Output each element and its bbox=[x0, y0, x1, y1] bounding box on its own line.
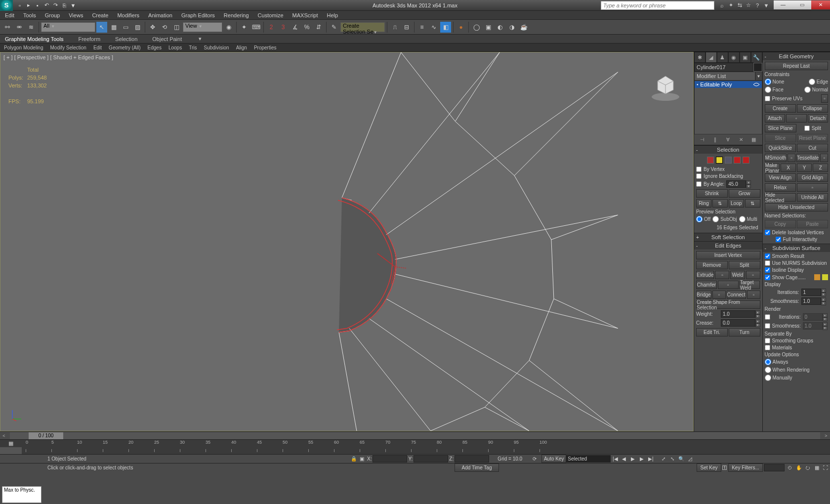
menu-help[interactable]: Help bbox=[327, 12, 338, 18]
binoculars-icon[interactable]: ⌕ bbox=[718, 2, 725, 9]
named-sel-combo[interactable]: Create Selection Se▼ bbox=[340, 22, 385, 32]
fov-icon[interactable]: ◿ bbox=[686, 455, 695, 463]
ribbon-panel-edges[interactable]: Edges bbox=[148, 45, 162, 50]
rollout-toggle-icon[interactable]: - bbox=[696, 147, 698, 153]
save-icon[interactable]: ▪ bbox=[34, 1, 42, 9]
by-angle-spinner[interactable] bbox=[726, 180, 746, 188]
expand-icon[interactable]: ▪ bbox=[697, 82, 698, 87]
rollout-toggle-icon[interactable]: + bbox=[696, 235, 699, 240]
ribbon-panel-props[interactable]: Properties bbox=[254, 45, 277, 50]
new-icon[interactable]: ▫ bbox=[16, 1, 24, 9]
qat-dropdown-icon[interactable]: ▼ bbox=[69, 1, 77, 9]
current-frame-field[interactable] bbox=[764, 464, 785, 471]
rollout-toggle-icon[interactable]: - bbox=[696, 243, 698, 249]
ribbon-expand-icon[interactable]: ▾ bbox=[199, 36, 202, 42]
polygon-subobj-icon[interactable] bbox=[734, 157, 741, 164]
full-interactivity-checkbox[interactable] bbox=[776, 237, 781, 242]
time-slider-thumb[interactable]: 0 / 100 bbox=[29, 432, 63, 439]
display-tab-icon[interactable]: ▣ bbox=[740, 52, 751, 63]
bridge-button[interactable]: Bridge bbox=[696, 291, 711, 299]
connect-settings-button[interactable]: ▫ bbox=[747, 291, 760, 299]
curve-editor-icon[interactable]: ∿ bbox=[428, 22, 439, 33]
detach-button[interactable]: Detach bbox=[808, 114, 829, 123]
relax-button[interactable]: Relax bbox=[765, 183, 796, 192]
by-vertex-checkbox[interactable] bbox=[696, 167, 702, 172]
link-icon[interactable]: ⎘ bbox=[60, 1, 68, 9]
menu-views[interactable]: Views bbox=[69, 12, 83, 18]
split-checkbox[interactable] bbox=[804, 126, 810, 131]
insert-vertex-button[interactable]: Insert Vertex bbox=[696, 251, 760, 259]
turn-button[interactable]: Turn bbox=[729, 328, 760, 336]
isoline-checkbox[interactable] bbox=[765, 267, 770, 273]
viewcube[interactable] bbox=[647, 67, 684, 102]
help-icon[interactable]: ? bbox=[754, 2, 761, 9]
ribbon-panel-geom[interactable]: Geometry (All) bbox=[109, 45, 140, 50]
show-end-result-icon[interactable]: ∥ bbox=[712, 136, 719, 143]
render-iterative-icon[interactable]: ◑ bbox=[506, 22, 517, 33]
grid-align-button[interactable]: Grid Align bbox=[797, 173, 828, 182]
vertex-subobj-icon[interactable] bbox=[707, 157, 714, 164]
next-frame-icon[interactable]: ▶ bbox=[637, 455, 646, 463]
hide-selected-button[interactable]: Hide Selected bbox=[765, 193, 796, 202]
link-tool-icon[interactable]: ⚯ bbox=[2, 22, 13, 33]
preview-off-radio[interactable] bbox=[696, 216, 703, 222]
ribbon-panel-align[interactable]: Align bbox=[236, 45, 247, 50]
align-icon[interactable]: ⊟ bbox=[401, 22, 412, 33]
crease-spinner[interactable] bbox=[721, 319, 755, 327]
hide-unselected-button[interactable]: Hide Unselected bbox=[765, 203, 829, 211]
rotate-tool-icon[interactable]: ⟲ bbox=[159, 22, 170, 33]
rendered-frame-icon[interactable]: ▣ bbox=[483, 22, 494, 33]
grow-button[interactable]: Grow bbox=[729, 189, 760, 198]
ring-button[interactable]: Ring bbox=[696, 199, 711, 208]
ribbon-panel-edit[interactable]: Edit bbox=[93, 45, 102, 50]
move-tool-icon[interactable]: ✥ bbox=[147, 22, 158, 33]
goto-start-icon[interactable]: |◀ bbox=[611, 455, 620, 463]
snap-3d-icon[interactable]: 3 bbox=[278, 22, 289, 33]
time-config-icon[interactable]: ⏲ bbox=[786, 464, 794, 472]
render-prod-icon[interactable]: ◐ bbox=[495, 22, 505, 33]
utilities-tab-icon[interactable]: 🔧 bbox=[751, 52, 762, 63]
key-icon[interactable]: ✦ bbox=[727, 2, 734, 9]
play-icon[interactable]: ▶ bbox=[628, 455, 637, 463]
weight-spinner[interactable] bbox=[721, 310, 755, 318]
delete-isolated-checkbox[interactable] bbox=[765, 230, 770, 235]
setkey-button[interactable]: Set Key bbox=[697, 463, 721, 472]
pivot-center-icon[interactable]: ◉ bbox=[223, 22, 234, 33]
mirror-icon[interactable]: ⎍ bbox=[389, 22, 400, 33]
unhide-all-button[interactable]: Unhide All bbox=[797, 193, 828, 202]
pan-icon[interactable]: ✋ bbox=[794, 464, 803, 472]
key-icon[interactable]: ⚿ bbox=[721, 465, 728, 470]
border-subobj-icon[interactable] bbox=[725, 157, 732, 164]
ribbon-tab-objectpaint[interactable]: Object Paint bbox=[152, 36, 182, 42]
hierarchy-tab-icon[interactable]: ♟ bbox=[717, 52, 728, 63]
help-search-input[interactable] bbox=[601, 1, 714, 10]
element-subobj-icon[interactable] bbox=[743, 157, 749, 164]
tessellate-settings-button[interactable]: ▫ bbox=[820, 154, 828, 162]
motion-tab-icon[interactable]: ◉ bbox=[728, 52, 740, 63]
maximize-viewport-icon[interactable]: ▦ bbox=[812, 464, 821, 472]
by-angle-checkbox[interactable] bbox=[696, 181, 702, 187]
snap-2d-icon[interactable]: 2 bbox=[266, 22, 277, 33]
ribbon-panel-tris[interactable]: Tris bbox=[189, 45, 197, 50]
z-coord-field[interactable] bbox=[455, 455, 489, 462]
menu-rendering[interactable]: Rendering bbox=[224, 12, 249, 18]
material-editor-icon[interactable]: ● bbox=[456, 22, 466, 33]
zoom-icon[interactable]: 🔍 bbox=[677, 455, 686, 463]
planar-y-button[interactable]: Y bbox=[797, 164, 812, 172]
y-coord-field[interactable] bbox=[414, 455, 448, 462]
window-crossing-icon[interactable]: ▨ bbox=[132, 22, 143, 33]
constraint-none-radio[interactable] bbox=[765, 79, 771, 85]
repeat-last-button[interactable]: Repeat Last bbox=[765, 62, 829, 70]
scale-tool-icon[interactable]: ◫ bbox=[171, 22, 182, 33]
update-rendering-radio[interactable] bbox=[765, 367, 771, 373]
ribbon-panel-modsel[interactable]: Modify Selection bbox=[50, 45, 86, 50]
configure-sets-icon[interactable]: ▦ bbox=[750, 136, 757, 143]
viewport[interactable]: [ + ] [ Perspective ] [ Shaded + Edged F… bbox=[0, 52, 694, 431]
make-unique-icon[interactable]: ∀ bbox=[725, 136, 732, 143]
undo-icon[interactable]: ↶ bbox=[42, 1, 50, 9]
keyboard-shortcut-icon[interactable]: ⌨ bbox=[250, 22, 261, 33]
key-mode-combo[interactable]: Selected bbox=[566, 455, 611, 462]
percent-snap-icon[interactable]: % bbox=[301, 22, 312, 33]
update-always-radio[interactable] bbox=[765, 359, 771, 365]
zoom-extents-icon[interactable]: ⤢ bbox=[659, 455, 668, 463]
